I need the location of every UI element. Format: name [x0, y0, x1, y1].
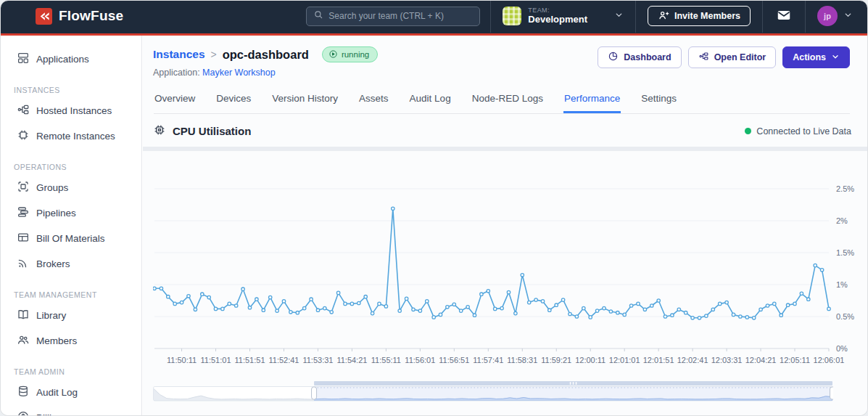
breadcrumb: Instances > opc-dashboard running — [153, 46, 378, 62]
tab-node-red-logs[interactable]: Node-RED Logs — [471, 88, 544, 113]
play-circle-icon — [328, 49, 338, 60]
sidebar-item-label: Billing — [36, 412, 62, 415]
open-editor-label: Open Editor — [714, 52, 766, 62]
brand-name: FlowFuse — [59, 8, 123, 24]
svg-text:2%: 2% — [836, 216, 848, 225]
flowfuse-logo-icon — [36, 8, 52, 25]
breadcrumb-instances-link[interactable]: Instances — [153, 48, 205, 61]
billing-icon — [17, 410, 30, 415]
sidebar-section-instances: INSTANCES — [14, 86, 133, 94]
svg-text:1.5%: 1.5% — [836, 248, 854, 257]
svg-text:11:53:31: 11:53:31 — [302, 356, 333, 364]
chevron-down-icon — [843, 9, 853, 23]
sidebar-item-hosted-instances[interactable]: Hosted Instances — [12, 99, 133, 123]
sidebar-item-label: Audit Log — [36, 387, 78, 398]
svg-text:11:50:11: 11:50:11 — [167, 356, 197, 364]
sidebar: Applications INSTANCES Hosted Instances … — [1, 36, 142, 415]
svg-text:11:52:41: 11:52:41 — [268, 356, 299, 364]
svg-text:12:00:11: 12:00:11 — [575, 356, 605, 364]
invite-members-button[interactable]: Invite Members — [648, 6, 751, 26]
pie-chart-icon — [608, 51, 619, 64]
search-box[interactable] — [306, 7, 480, 26]
breadcrumb-separator: > — [211, 49, 217, 60]
svg-text:11:51:51: 11:51:51 — [235, 356, 265, 364]
svg-text:2.5%: 2.5% — [836, 184, 854, 193]
svg-text:11:59:21: 11:59:21 — [541, 356, 571, 364]
team-name: Development — [528, 15, 587, 25]
sidebar-item-brokers[interactable]: Brokers — [12, 252, 133, 276]
svg-text:0.5%: 0.5% — [836, 312, 854, 321]
actions-label: Actions — [793, 52, 826, 62]
sidebar-item-billing[interactable]: Billing — [12, 406, 133, 415]
brush-handle-right[interactable] — [830, 387, 834, 399]
sidebar-item-applications[interactable]: Applications — [12, 47, 133, 71]
application-link[interactable]: Mayker Workshop — [202, 68, 276, 78]
tab-settings[interactable]: Settings — [640, 88, 677, 113]
chart-title: CPU Utilisation — [173, 125, 251, 137]
sidebar-item-label: Brokers — [36, 258, 70, 269]
sidebar-item-library[interactable]: Library — [12, 303, 133, 327]
chart-title-row: CPU Utilisation — [153, 123, 251, 139]
sidebar-section-team-admin: TEAM ADMIN — [14, 367, 133, 376]
app-window: FlowFuse TEAM: Development — [1, 1, 867, 415]
sidebar-item-remote-instances[interactable]: Remote Instances — [12, 124, 133, 148]
tab-version-history[interactable]: Version History — [271, 88, 339, 113]
live-status-text: Connected to Live Data — [756, 126, 851, 136]
tab-assets[interactable]: Assets — [358, 88, 389, 113]
sidebar-item-audit-log[interactable]: Audit Log — [12, 380, 133, 404]
svg-text:11:51:01: 11:51:01 — [201, 356, 231, 364]
dashboard-label: Dashboard — [624, 52, 671, 62]
tab-devices[interactable]: Devices — [215, 88, 252, 113]
svg-text:0%: 0% — [836, 344, 848, 353]
sidebar-item-label: Pipelines — [36, 208, 76, 219]
svg-text:11:54:21: 11:54:21 — [336, 356, 367, 364]
search-input[interactable] — [328, 11, 473, 21]
tab-performance[interactable]: Performance — [563, 88, 621, 113]
main-content: Instances > opc-dashboard running Applic… — [143, 36, 867, 415]
bill-of-materials-icon — [17, 231, 30, 246]
remote-instances-icon — [17, 129, 30, 144]
tab-audit-log[interactable]: Audit Log — [409, 88, 452, 113]
sidebar-item-groups[interactable]: Groups — [12, 176, 133, 200]
live-dot-icon — [745, 128, 751, 134]
user-plus-icon — [658, 9, 669, 23]
sidebar-section-team-management: TEAM MANAGEMENT — [14, 290, 133, 299]
sidebar-item-pipelines[interactable]: Pipelines — [12, 201, 133, 225]
dashboard-button[interactable]: Dashboard — [598, 46, 681, 68]
tab-overview[interactable]: Overview — [154, 88, 196, 113]
chevron-down-icon — [614, 9, 624, 23]
cpu-chip-icon — [153, 123, 166, 139]
home-link[interactable]: FlowFuse — [36, 8, 123, 25]
open-editor-button[interactable]: Open Editor — [688, 46, 777, 68]
mail-button[interactable] — [762, 1, 806, 33]
svg-text:11:58:31: 11:58:31 — [507, 356, 537, 364]
svg-text:11:56:51: 11:56:51 — [439, 356, 469, 364]
performance-section: CPU Utilisation Connected to Live Data 0… — [143, 114, 867, 405]
navbar-right: TEAM: Development Invite Members jp — [490, 1, 853, 33]
hosted-instances-icon — [17, 103, 30, 118]
sidebar-item-label: Members — [36, 335, 77, 346]
team-avatar — [503, 7, 521, 25]
members-icon — [17, 333, 30, 348]
actions-button[interactable]: Actions — [782, 46, 850, 68]
sidebar-item-label: Remote Instances — [36, 131, 115, 142]
team-selector[interactable]: TEAM: Development — [490, 1, 636, 33]
svg-text:11:56:01: 11:56:01 — [405, 356, 435, 364]
tab-bar: Overview Devices Version History Assets … — [154, 88, 850, 114]
cpu-utilisation-chart[interactable]: 0%0.5%1%1.5%2%2.5%11:50:1111:51:0111:51:… — [153, 161, 864, 373]
sidebar-item-members[interactable]: Members — [12, 329, 133, 353]
sidebar-item-bill-of-materials[interactable]: Bill Of Materials — [12, 227, 133, 250]
svg-text:12:06:01: 12:06:01 — [814, 356, 845, 364]
svg-text:12:05:11: 12:05:11 — [780, 356, 810, 364]
sidebar-item-label: Applications — [36, 54, 89, 65]
user-menu[interactable]: jp — [806, 6, 853, 26]
node-editor-icon — [698, 51, 709, 64]
sidebar-item-label: Bill Of Materials — [36, 233, 105, 244]
sidebar-item-label: Hosted Instances — [36, 105, 112, 116]
brush-handle-left[interactable] — [312, 387, 317, 399]
svg-text:11:55:11: 11:55:11 — [371, 356, 401, 364]
chart-range-selector[interactable] — [153, 380, 833, 405]
svg-text:12:01:51: 12:01:51 — [643, 356, 674, 364]
svg-text:12:04:21: 12:04:21 — [745, 356, 777, 364]
status-text: running — [342, 50, 369, 59]
